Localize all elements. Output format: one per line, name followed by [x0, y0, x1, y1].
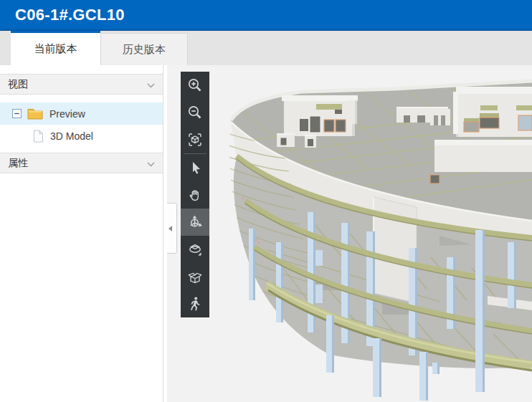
chevron-down-icon: [147, 78, 155, 91]
walk-button[interactable]: [181, 290, 209, 317]
view-isolate-button[interactable]: [181, 236, 209, 263]
folder-icon: [27, 107, 43, 120]
panel-view-label: 视图: [8, 78, 28, 91]
section-box-icon: [186, 268, 204, 285]
panel-view-header[interactable]: 视图: [0, 74, 163, 95]
titlebar: C06-1#.GCL10: [0, 0, 532, 31]
fit-view-button[interactable]: [181, 126, 209, 153]
zoom-out-button[interactable]: [181, 99, 209, 126]
isolate-layers-icon: [186, 241, 204, 258]
pan-hand-icon: [186, 186, 204, 204]
tab-history-version-label: 历史版本: [123, 43, 166, 57]
tree-item-preview[interactable]: Preview: [0, 102, 163, 125]
chevron-down-icon: [147, 157, 155, 170]
orbit-icon: [186, 214, 204, 231]
select-button[interactable]: [181, 154, 209, 181]
sidebar-collapse-handle[interactable]: [167, 203, 177, 254]
view-toolbar: [181, 72, 209, 317]
viewport-3d[interactable]: [167, 65, 532, 402]
panel-properties-label: 属性: [8, 157, 28, 170]
zoom-in-button[interactable]: [181, 72, 209, 99]
collapse-expander-icon[interactable]: [12, 109, 22, 118]
orbit-button[interactable]: [181, 209, 209, 236]
building-model: [167, 65, 532, 402]
fit-view-cube-icon: [186, 131, 204, 148]
tree-item-3d-model[interactable]: 3D Model: [0, 125, 163, 147]
model-tree: Preview 3D Model: [0, 102, 163, 147]
pan-button[interactable]: [181, 181, 209, 209]
tab-current-version-label: 当前版本: [34, 42, 77, 56]
tab-history-version[interactable]: 历史版本: [100, 33, 188, 65]
bim-viewer-window: C06-1#.GCL10 当前版本 历史版本 视图: [0, 0, 532, 402]
tab-current-version[interactable]: 当前版本: [11, 31, 100, 65]
zoom-in-icon: [186, 77, 204, 94]
window-title: C06-1#.GCL10: [15, 6, 125, 24]
sidebar: 视图 Preview: [0, 65, 167, 402]
main-area: 视图 Preview: [0, 65, 532, 402]
zoom-out-icon: [186, 104, 204, 121]
tree-item-label: 3D Model: [50, 130, 93, 142]
select-arrow-icon: [186, 159, 204, 176]
penthouse-a: [282, 95, 358, 136]
tree-item-label: Preview: [49, 108, 85, 120]
section-box-button[interactable]: [181, 263, 209, 290]
document-icon: [33, 130, 44, 143]
chevron-left-icon: [168, 226, 172, 231]
walk-person-icon: [186, 295, 204, 312]
panel-properties-header[interactable]: 属性: [0, 153, 163, 173]
version-tabbar: 当前版本 历史版本: [0, 31, 532, 65]
